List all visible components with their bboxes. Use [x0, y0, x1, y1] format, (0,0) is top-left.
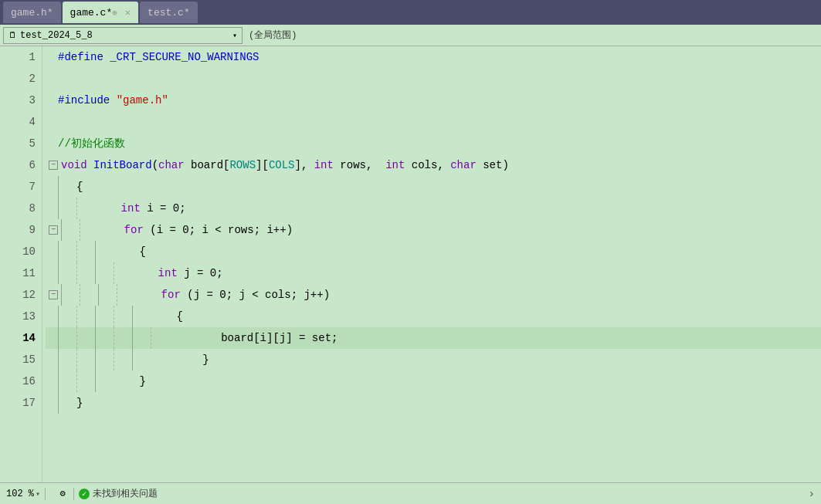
code-line-8: int i = 0;: [46, 198, 821, 219]
code-line-3: #include "game.h": [46, 90, 821, 111]
ln-11: 11: [0, 262, 42, 284]
code-line-12: − for (j = 0; j < cols; j++): [46, 284, 821, 306]
editor-area: 1 2 3 4 5 6 7 8 9 10 11 12 13 14 15 16 1…: [0, 46, 821, 482]
line-numbers: 1 2 3 4 5 6 7 8 9 10 11 12 13 14 15 16 1…: [0, 46, 42, 482]
status-bar: 102 % ▾ ⚙ ✓ 未找到相关问题 ›: [0, 482, 821, 504]
status-zoom: 102 % ▾: [6, 489, 40, 499]
ln-5: 5: [0, 133, 42, 154]
ln-17: 17: [0, 392, 42, 414]
tab-test-c-label: test.c*: [148, 7, 190, 19]
fold-marker-12[interactable]: −: [49, 290, 58, 299]
breadcrumb-file-icon: 🗒: [8, 30, 17, 40]
code-line-2: [46, 68, 821, 90]
code-content[interactable]: #define _CRT_SECURE_NO_WARNINGS #include…: [42, 46, 821, 482]
ln-16: 16: [0, 370, 42, 392]
ln-15: 15: [0, 349, 42, 370]
code-line-14: board[i][j] = set;: [46, 327, 821, 349]
fold-marker-6[interactable]: −: [49, 161, 58, 170]
ln-8: 8: [0, 198, 42, 219]
fold-marker-9[interactable]: −: [49, 225, 58, 235]
status-ok-icon: ✓: [79, 489, 90, 499]
ln-2: 2: [0, 68, 42, 90]
code-line-6: − void InitBoard(char board[ROWS][COLS],…: [46, 154, 821, 176]
tab-game-h[interactable]: game.h*: [3, 2, 61, 23]
ln-4: 4: [0, 111, 42, 133]
breadcrumb-dropdown-icon: ▾: [232, 31, 237, 40]
status-zoom-dropdown[interactable]: ▾: [36, 489, 40, 499]
ln-6: 6: [0, 154, 42, 176]
tab-game-h-label: game.h*: [11, 7, 53, 19]
code-line-16: }: [46, 370, 821, 392]
status-no-issues-text: 未找到相关问题: [93, 487, 158, 500]
code-line-10: {: [46, 241, 821, 262]
breadcrumb-file-name: test_2024_5_8: [20, 30, 93, 41]
breadcrumb-bar: 🗒 test_2024_5_8 ▾ (全局范围): [0, 25, 821, 46]
status-issues: ✓ 未找到相关问题: [79, 487, 158, 500]
tab-game-c[interactable]: game.c* ⊕ ✕: [63, 2, 138, 23]
status-zoom-value: 102 %: [6, 489, 34, 499]
ln-14: 14: [0, 327, 42, 349]
code-line-7: {: [46, 176, 821, 198]
code-line-15: }: [46, 349, 821, 370]
status-settings-icon[interactable]: ⚙: [56, 488, 69, 500]
tab-pin-icon: ⊕: [112, 8, 117, 18]
ln-7: 7: [0, 176, 42, 198]
breadcrumb-selector[interactable]: 🗒 test_2024_5_8 ▾: [3, 27, 243, 44]
tab-game-c-close[interactable]: ✕: [125, 7, 131, 19]
status-right-arrow[interactable]: ›: [809, 488, 815, 500]
tab-game-c-label: game.c*: [70, 7, 113, 19]
ln-10: 10: [0, 241, 42, 262]
code-line-4: [46, 111, 821, 133]
status-sep-2: [73, 488, 74, 500]
tab-bar: game.h* game.c* ⊕ ✕ test.c*: [0, 0, 821, 25]
ln-12: 12: [0, 284, 42, 306]
breadcrumb-scope: (全局范围): [249, 29, 297, 42]
ln-9: 9: [0, 219, 42, 241]
tab-test-c[interactable]: test.c*: [140, 2, 198, 23]
code-line-5: //初始化函数: [46, 133, 821, 154]
code-line-9: − for (i = 0; i < rows; i++): [46, 219, 821, 241]
ln-3: 3: [0, 90, 42, 111]
ln-13: 13: [0, 306, 42, 327]
code-line-17: }: [46, 392, 821, 414]
code-line-1: #define _CRT_SECURE_NO_WARNINGS: [46, 46, 821, 68]
code-line-13: {: [46, 306, 821, 327]
status-sep-1: [45, 488, 46, 500]
ln-1: 1: [0, 46, 42, 68]
code-line-11: int j = 0;: [46, 262, 821, 284]
